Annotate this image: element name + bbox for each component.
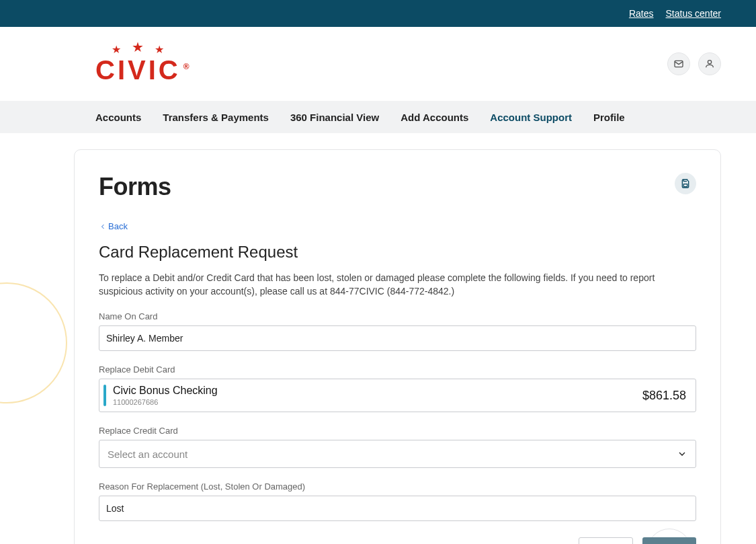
chevron-left-icon [99, 223, 107, 231]
svg-point-1 [708, 61, 711, 64]
nav-financial-view[interactable]: 360 Financial View [290, 112, 379, 123]
form-actions: Cancel Submit [99, 537, 696, 544]
credit-account-select[interactable]: Select an account [99, 440, 696, 468]
messages-button[interactable] [667, 52, 690, 75]
logo[interactable]: ★ ★ ★ CIVIC® [95, 43, 192, 85]
card-head: Forms [99, 173, 696, 201]
back-link[interactable]: Back [99, 221, 128, 231]
name-label: Name On Card [99, 311, 696, 321]
reason-label: Reason For Replacement (Lost, Stolen Or … [99, 481, 696, 492]
star-icon: ★ [132, 39, 144, 55]
credit-label: Replace Credit Card [99, 426, 696, 436]
top-bar: Rates Status center [0, 0, 756, 27]
nav-bar: Accounts Transfers & Payments 360 Financ… [0, 101, 756, 133]
user-icon [704, 59, 715, 69]
nav-transfers[interactable]: Transfers & Payments [163, 112, 269, 123]
submit-highlight: Submit [642, 537, 696, 544]
account-number: 11000267686 [113, 398, 218, 406]
header-icons [667, 52, 721, 75]
account-name: Civic Bonus Checking [113, 385, 218, 397]
cancel-button[interactable]: Cancel [579, 537, 634, 544]
account-balance: $861.58 [642, 389, 686, 403]
nav-account-support[interactable]: Account Support [490, 112, 572, 123]
status-center-link[interactable]: Status center [666, 8, 722, 19]
form-description: To replace a Debit and/or Credit Card th… [99, 271, 696, 299]
field-reason: Reason For Replacement (Lost, Stolen Or … [99, 481, 696, 521]
nav-accounts[interactable]: Accounts [95, 112, 141, 123]
account-stripe [103, 385, 106, 406]
logo-text: CIVIC® [95, 55, 192, 85]
profile-button[interactable] [698, 52, 721, 75]
header: ★ ★ ★ CIVIC® [0, 27, 756, 101]
forms-card: Forms Back Card Replacement Request To r… [74, 149, 721, 544]
name-input[interactable] [99, 325, 696, 351]
save-icon [680, 178, 691, 189]
debit-account-select[interactable]: Civic Bonus Checking 11000267686 $861.58 [99, 379, 696, 412]
reason-input[interactable] [99, 496, 696, 521]
credit-placeholder: Select an account [108, 449, 187, 460]
nav-add-accounts[interactable]: Add Accounts [401, 112, 468, 123]
nav-profile[interactable]: Profile [593, 112, 625, 123]
account-info: Civic Bonus Checking 11000267686 [113, 385, 218, 406]
field-name-on-card: Name On Card [99, 311, 696, 351]
save-form-button[interactable] [675, 173, 696, 194]
main-area: Forms Back Card Replacement Request To r… [0, 133, 756, 544]
mail-icon [673, 59, 684, 69]
back-label: Back [108, 221, 128, 231]
page-title: Forms [99, 173, 171, 201]
field-replace-debit: Replace Debit Card Civic Bonus Checking … [99, 364, 696, 412]
svg-rect-2 [683, 184, 687, 187]
submit-button[interactable]: Submit [642, 537, 696, 544]
form-title: Card Replacement Request [99, 243, 696, 262]
chevron-down-icon [677, 449, 687, 459]
field-replace-credit: Replace Credit Card Select an account [99, 426, 696, 468]
rates-link[interactable]: Rates [629, 8, 654, 19]
debit-label: Replace Debit Card [99, 364, 696, 375]
